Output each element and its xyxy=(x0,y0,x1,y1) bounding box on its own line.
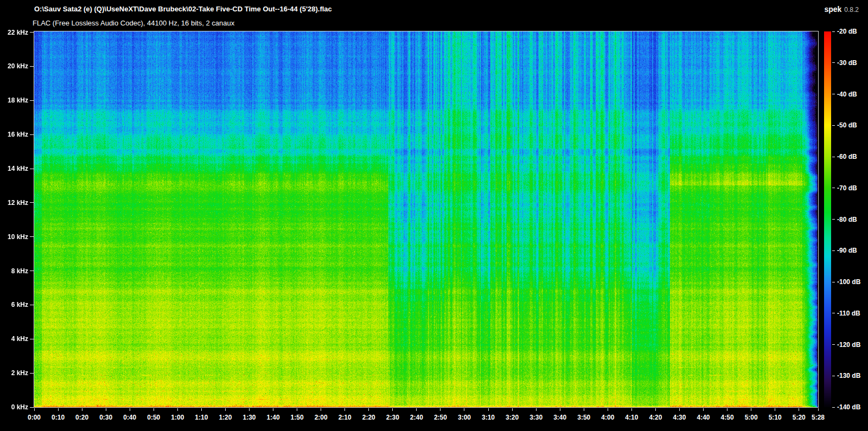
time-tick-mark xyxy=(608,408,608,411)
time-tick-mark xyxy=(249,408,250,411)
app-brand: spek0.8.2 xyxy=(824,5,859,14)
db-tick-mark xyxy=(832,313,835,313)
time-tick-label: 5:28 xyxy=(803,414,833,421)
freq-tick-label: 12 kHz xyxy=(0,199,28,207)
time-tick-mark xyxy=(130,408,130,411)
db-tick-label: -70 dB xyxy=(837,184,857,192)
db-tick-mark xyxy=(832,94,835,94)
freq-tick-label: 18 kHz xyxy=(0,97,28,104)
db-tick-label: -90 dB xyxy=(837,247,857,254)
db-tick-label: -80 dB xyxy=(837,216,857,223)
db-tick-label: -20 dB xyxy=(837,28,857,35)
db-tick-mark xyxy=(832,62,835,63)
db-tick-label: -100 dB xyxy=(837,278,860,286)
freq-tick-label: 4 kHz xyxy=(0,335,28,343)
db-tick-mark xyxy=(832,282,835,282)
time-tick-mark xyxy=(392,408,393,411)
time-tick-mark xyxy=(631,408,632,411)
freq-tick-mark xyxy=(30,373,34,374)
file-path-title: O:\Sauv Sata2 (e) (Q)\UseNeXT\Dave Brube… xyxy=(34,5,332,13)
freq-tick-mark xyxy=(30,100,34,101)
db-tick-label: -50 dB xyxy=(837,121,857,129)
db-scale-gradient xyxy=(824,31,831,407)
freq-tick-mark xyxy=(30,66,34,67)
freq-tick-label: 10 kHz xyxy=(0,233,28,241)
db-tick-label: -110 dB xyxy=(837,310,860,317)
freq-tick-mark xyxy=(30,339,34,339)
freq-tick-label: 0 kHz xyxy=(0,403,28,411)
db-tick-mark xyxy=(832,188,835,188)
time-tick-mark xyxy=(655,408,656,411)
freq-tick-label: 20 kHz xyxy=(0,62,28,70)
time-tick-mark xyxy=(464,408,464,411)
freq-tick-label: 2 kHz xyxy=(0,369,28,377)
freq-tick-mark xyxy=(30,169,34,169)
db-tick-mark xyxy=(832,407,835,408)
time-tick-mark xyxy=(368,408,369,411)
app-name: spek xyxy=(824,5,841,14)
time-tick-mark xyxy=(416,408,417,411)
time-tick-mark xyxy=(58,408,59,411)
time-tick-mark xyxy=(536,408,537,411)
app-version: 0.8.2 xyxy=(844,6,859,14)
time-tick-mark xyxy=(344,408,345,411)
time-tick-mark xyxy=(727,408,727,411)
freq-tick-label: 16 kHz xyxy=(0,131,28,138)
db-tick-label: -40 dB xyxy=(837,91,857,98)
db-tick-mark xyxy=(832,250,835,251)
freq-tick-mark xyxy=(30,202,34,203)
freq-tick-mark xyxy=(30,271,34,271)
db-tick-mark xyxy=(832,376,835,376)
freq-tick-label: 6 kHz xyxy=(0,301,28,308)
time-tick-mark xyxy=(775,408,775,411)
db-tick-label: -120 dB xyxy=(837,341,860,349)
db-tick-mark xyxy=(832,219,835,220)
time-tick-mark xyxy=(512,408,513,411)
freq-tick-mark xyxy=(30,305,34,305)
time-tick-mark xyxy=(225,408,226,411)
db-tick-mark xyxy=(832,31,835,32)
freq-tick-label: 22 kHz xyxy=(0,29,28,36)
db-tick-label: -30 dB xyxy=(837,59,857,67)
time-tick-mark xyxy=(488,408,489,411)
time-tick-mark xyxy=(273,408,273,411)
time-tick-mark xyxy=(321,408,321,411)
time-tick-mark xyxy=(440,408,441,411)
db-tick-mark xyxy=(832,157,835,157)
time-tick-mark xyxy=(177,408,178,411)
spek-window: O:\Sauv Sata2 (e) (Q)\UseNeXT\Dave Brube… xyxy=(0,0,868,431)
spectrogram-canvas xyxy=(34,31,818,407)
time-tick-mark xyxy=(584,408,584,411)
time-tick-mark xyxy=(818,408,819,411)
db-tick-label: -60 dB xyxy=(837,153,857,160)
time-tick-mark xyxy=(34,408,35,411)
time-tick-mark xyxy=(297,408,297,411)
time-tick-mark xyxy=(679,408,680,411)
db-tick-label: -130 dB xyxy=(837,372,860,379)
freq-tick-label: 8 kHz xyxy=(0,267,28,275)
time-tick-mark xyxy=(560,408,560,411)
stream-info: FLAC (Free Lossless Audio Codec), 44100 … xyxy=(33,19,234,27)
time-tick-mark xyxy=(154,408,154,411)
time-tick-mark xyxy=(106,408,106,411)
db-tick-label: -140 dB xyxy=(837,403,860,411)
time-tick-mark xyxy=(799,408,799,411)
freq-tick-mark xyxy=(30,134,34,135)
time-tick-mark xyxy=(703,408,704,411)
freq-tick-mark xyxy=(30,236,34,237)
freq-tick-label: 14 kHz xyxy=(0,165,28,172)
freq-tick-mark xyxy=(30,32,34,33)
freq-tick-mark xyxy=(30,407,34,408)
time-tick-mark xyxy=(751,408,751,411)
time-tick-mark xyxy=(82,408,82,411)
db-tick-mark xyxy=(832,344,835,345)
time-tick-mark xyxy=(201,408,202,411)
db-tick-mark xyxy=(832,125,835,126)
